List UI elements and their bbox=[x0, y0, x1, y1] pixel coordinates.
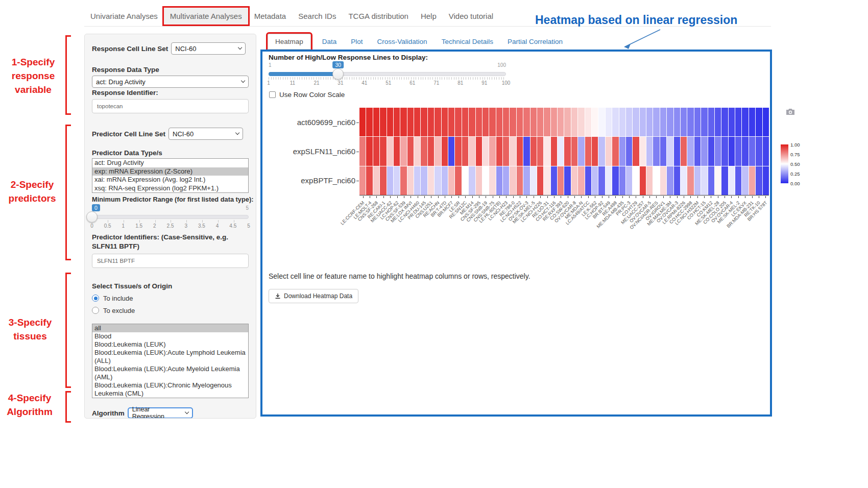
nav-search-ids[interactable]: Search IDs bbox=[292, 8, 342, 25]
heatmap-cell[interactable] bbox=[489, 108, 495, 136]
heatmap-cell[interactable] bbox=[612, 137, 618, 165]
heatmap-cell[interactable] bbox=[380, 137, 386, 165]
heatmap-cell[interactable] bbox=[448, 166, 454, 195]
heatmap-cell[interactable] bbox=[517, 108, 523, 136]
heatmap-cell[interactable] bbox=[729, 137, 735, 165]
heatmap-cell[interactable] bbox=[687, 108, 693, 136]
heatmap-cell[interactable] bbox=[544, 108, 550, 136]
heatmap-cell[interactable] bbox=[523, 108, 529, 136]
heatmap-cell[interactable] bbox=[428, 166, 434, 195]
tab-heatmap[interactable]: Heatmap bbox=[268, 34, 311, 50]
tab-cross-validation[interactable]: Cross-Validation bbox=[370, 34, 435, 49]
heatmap-cell[interactable] bbox=[442, 137, 448, 165]
heatmap-cell[interactable] bbox=[612, 166, 618, 195]
tab-technical-details[interactable]: Technical Details bbox=[435, 34, 500, 49]
heatmap-cell[interactable] bbox=[646, 108, 653, 136]
heatmap-cell[interactable] bbox=[619, 108, 625, 136]
heatmap-cell[interactable] bbox=[428, 137, 434, 165]
heatmap-cell[interactable] bbox=[544, 137, 550, 165]
heatmap-cell[interactable] bbox=[503, 166, 509, 195]
heatmap-cell[interactable] bbox=[469, 166, 475, 195]
heatmap-cell[interactable] bbox=[537, 137, 543, 165]
option-act-drug-activity[interactable]: act: Drug Activity bbox=[92, 159, 248, 167]
heatmap-cell[interactable] bbox=[640, 108, 646, 136]
heatmap-cell[interactable] bbox=[681, 108, 687, 136]
heatmap-cell[interactable] bbox=[653, 137, 659, 165]
tissue-option-cml-leukemia[interactable]: Blood:Leukemia (LEUK):Chronic Myelogenou… bbox=[92, 381, 248, 398]
heatmap-cell[interactable] bbox=[531, 166, 537, 195]
heatmap-cell[interactable] bbox=[483, 166, 489, 195]
tissue-option-leuk[interactable]: Blood:Leukemia (LEUK) bbox=[92, 340, 248, 349]
nav-multivariate-analyses[interactable]: Multivariate Analyses bbox=[164, 8, 248, 25]
heatmap-cell[interactable] bbox=[531, 108, 537, 136]
response-identifier-input[interactable] bbox=[92, 99, 249, 113]
heatmap-cell[interactable] bbox=[667, 108, 673, 136]
heatmap-cell[interactable] bbox=[380, 166, 386, 195]
heatmap-cell[interactable] bbox=[531, 137, 537, 165]
heatmap-cell[interactable] bbox=[496, 166, 502, 195]
nav-video-tutorial[interactable]: Video tutorial bbox=[443, 8, 499, 25]
tab-plot[interactable]: Plot bbox=[344, 34, 370, 49]
heatmap-cell[interactable] bbox=[462, 166, 468, 195]
option-xai-mrna[interactable]: xai: mRNA Expression (Avg. log2 Int.) bbox=[92, 176, 248, 184]
heatmap-cell[interactable] bbox=[510, 108, 516, 136]
heatmap-cell[interactable] bbox=[735, 137, 741, 165]
heatmap-cell[interactable] bbox=[694, 137, 701, 165]
heatmap-cell[interactable] bbox=[598, 137, 605, 165]
heatmap-cell[interactable] bbox=[763, 137, 769, 165]
heatmap-cell[interactable] bbox=[742, 137, 748, 165]
heatmap-cell[interactable] bbox=[551, 166, 557, 195]
heatmap-cell[interactable] bbox=[551, 108, 557, 136]
heatmap-cell[interactable] bbox=[626, 108, 632, 136]
heatmap-cell[interactable] bbox=[701, 108, 707, 136]
heatmap-cell[interactable] bbox=[551, 137, 557, 165]
heatmap-cell[interactable] bbox=[681, 137, 687, 165]
heatmap-cell[interactable] bbox=[373, 166, 379, 195]
heatmap-cell[interactable] bbox=[708, 166, 714, 195]
heatmap-cell[interactable] bbox=[387, 108, 393, 136]
heatmap-cell[interactable] bbox=[715, 166, 721, 195]
heatmap-cell[interactable] bbox=[721, 137, 728, 165]
download-heatmap-data-button[interactable]: Download Heatmap Data bbox=[269, 289, 358, 303]
heatmap-cell[interactable] bbox=[442, 108, 448, 136]
tissue-option-all-leukemia[interactable]: Blood:Leukemia (LEUK):Acute Lymphoid Leu… bbox=[92, 349, 248, 365]
heatmap-cell[interactable] bbox=[660, 108, 666, 136]
heatmap-cell[interactable] bbox=[359, 108, 366, 136]
heatmap-cell[interactable] bbox=[469, 108, 475, 136]
predictor-identifiers-input[interactable] bbox=[92, 254, 249, 268]
heatmap-cell[interactable] bbox=[564, 108, 570, 136]
heatmap-cell[interactable] bbox=[523, 166, 529, 195]
heatmap-cell[interactable] bbox=[571, 166, 577, 195]
heatmap-cell[interactable] bbox=[544, 166, 550, 195]
heatmap-cell[interactable] bbox=[414, 166, 420, 195]
heatmap-cell[interactable] bbox=[558, 166, 564, 195]
heatmap-cell[interactable] bbox=[598, 108, 605, 136]
heatmap-cell[interactable] bbox=[763, 166, 769, 195]
heatmap-cell[interactable] bbox=[462, 108, 468, 136]
heatmap-cell[interactable] bbox=[633, 166, 639, 195]
heatmap-cell[interactable] bbox=[667, 137, 673, 165]
heatmap-cell[interactable] bbox=[455, 137, 461, 165]
nav-tcga-distribution[interactable]: TCGA distribution bbox=[342, 8, 415, 25]
heatmap-cell[interactable] bbox=[674, 166, 680, 195]
tissue-option-aml-leukemia[interactable]: Blood:Leukemia (LEUK):Acute Myeloid Leuk… bbox=[92, 365, 248, 381]
heatmap-cell[interactable] bbox=[763, 108, 769, 136]
heatmap-cell[interactable] bbox=[694, 166, 701, 195]
heatmap-cell[interactable] bbox=[414, 108, 420, 136]
tab-data[interactable]: Data bbox=[315, 34, 344, 49]
heatmap-cell[interactable] bbox=[483, 137, 489, 165]
heatmap-cell[interactable] bbox=[400, 137, 406, 165]
heatmap-cell[interactable] bbox=[407, 137, 414, 165]
heatmap-cell[interactable] bbox=[708, 137, 714, 165]
heatmap-cell[interactable] bbox=[619, 137, 625, 165]
heatmap-cell[interactable] bbox=[681, 166, 687, 195]
heatmap-cell[interactable] bbox=[660, 137, 666, 165]
heatmap-cell[interactable] bbox=[571, 137, 577, 165]
heatmap-cell[interactable] bbox=[558, 137, 564, 165]
heatmap-cell[interactable] bbox=[756, 137, 762, 165]
camera-download-plot-icon[interactable] bbox=[785, 108, 795, 116]
heatmap-cell[interactable] bbox=[366, 108, 372, 136]
response-data-type-select[interactable]: act: Drug Activity bbox=[92, 76, 249, 88]
heatmap-cell[interactable] bbox=[667, 166, 673, 195]
heatmap-cell[interactable] bbox=[742, 108, 748, 136]
